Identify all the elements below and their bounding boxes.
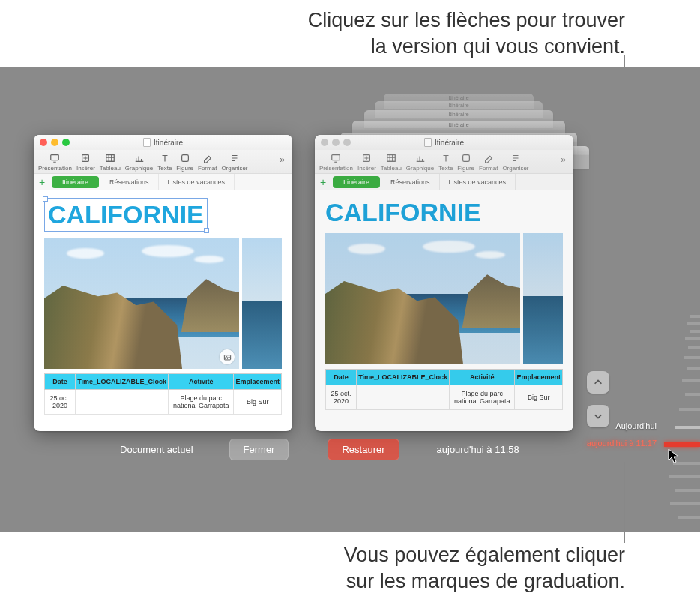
version-timeline[interactable]: Aujourd'hui aujourd'hui à 11:17 (659, 315, 700, 532)
tool-shape[interactable]: Figure (176, 153, 193, 172)
restore-button[interactable]: Restaurer (328, 439, 399, 460)
th-activity[interactable]: Activité (169, 374, 234, 390)
th-date[interactable]: Date (45, 374, 76, 390)
sheet-body: CALIFORNIE (34, 190, 292, 415)
th-location[interactable]: Emplacement (234, 374, 282, 390)
timeline-current-label: aujourd'hui à 11:17 (587, 439, 657, 448)
photo-main (325, 233, 520, 364)
titlebar[interactable]: Itinéraire (34, 135, 292, 150)
photo-side[interactable] (242, 238, 282, 369)
tab-listes[interactable]: Listes de vacances (159, 174, 235, 190)
cursor-icon (668, 448, 680, 465)
minimize-icon (332, 139, 340, 146)
annotation-top-line1: Cliquez sur les flèches pour trouver la … (308, 9, 625, 58)
table-row[interactable]: 25 oct. 2020 Plage du parc national Garr… (45, 390, 282, 415)
timeline-today-label: Aujourd'hui (615, 421, 657, 430)
stack-title-2: Itinéraire (448, 112, 468, 117)
tab-reservations[interactable]: Réservations (100, 174, 159, 190)
svg-rect-3 (181, 155, 188, 162)
minimize-icon[interactable] (51, 139, 58, 146)
window-title: Itinéraire (435, 139, 464, 147)
svg-rect-6 (332, 155, 340, 160)
itinerary-table[interactable]: Date Time_LOCALIZABLE_Clock Activité Emp… (44, 373, 282, 415)
tool-text[interactable]: Texte (157, 153, 172, 172)
tool-chart[interactable]: Graphique (125, 153, 153, 172)
tool-insert[interactable]: Insérer (76, 153, 95, 172)
svg-rect-9 (462, 155, 469, 162)
photo-main[interactable] (44, 238, 239, 369)
tool-insert: Insérer (357, 153, 376, 172)
current-document-label: Document actuel (120, 444, 193, 455)
svg-rect-0 (51, 155, 59, 160)
toolbar: Présentation Insérer Tableau Graphique T… (315, 150, 573, 174)
versions-stage: Itinéraire Itinéraire Itinéraire Itinéra… (0, 67, 700, 532)
tool-organize: Organiser (502, 153, 528, 172)
heading-text: CALIFORNIE (325, 198, 481, 226)
document-icon (424, 138, 432, 147)
titlebar: Itinéraire (315, 135, 573, 150)
table-row: 25 oct. 2020 Plage du parc national Garr… (326, 385, 563, 410)
sheet-tabs: + Itinéraire Réservations Listes de vaca… (34, 174, 292, 190)
annotation-bottom: Vous pouvez également cliquer sur les ma… (0, 542, 625, 595)
zoom-icon (343, 139, 351, 146)
add-sheet-button[interactable]: + (34, 177, 50, 187)
version-down-button[interactable] (587, 405, 609, 427)
callout-line-bottom (624, 462, 625, 543)
timeline-current-tick[interactable] (664, 442, 700, 447)
tab-listes[interactable]: Listes de vacances (440, 174, 516, 190)
itinerary-table: Date Time_LOCALIZABLE_Clock Activité Emp… (325, 369, 563, 410)
stack-title-3: Itinéraire (448, 122, 468, 127)
toolbar-overflow-icon[interactable]: » (277, 153, 288, 166)
zoom-icon[interactable] (62, 139, 70, 146)
annotation-top: Cliquez sur les flèches pour trouver la … (0, 7, 625, 60)
th-time[interactable]: Time_LOCALIZABLE_Clock (76, 374, 169, 390)
sheet-body: CALIFORNIE Date (315, 190, 573, 410)
tool-format[interactable]: Format (198, 153, 217, 172)
heading-text: CALIFORNIE (48, 200, 204, 229)
toolbar-overflow-icon: » (558, 153, 569, 166)
tool-presentation[interactable]: Présentation (38, 153, 72, 172)
previous-version-window[interactable]: Itinéraire Présentation Insérer Tableau … (315, 135, 573, 431)
version-timestamp: aujourd'hui à 11:58 (437, 444, 519, 455)
tool-shape: Figure (457, 153, 474, 172)
tool-text: Texte (438, 153, 453, 172)
tab-itineraire[interactable]: Itinéraire (52, 176, 99, 188)
version-up-button[interactable] (587, 371, 609, 394)
tool-presentation: Présentation (319, 153, 353, 172)
photo-side (523, 233, 563, 364)
current-document-window[interactable]: Itinéraire Présentation Insérer Tableau … (34, 135, 292, 431)
timeline-today-tick[interactable] (675, 426, 700, 429)
tool-table: Tableau (381, 153, 402, 172)
toolbar: Présentation Insérer Tableau Graphique T… (34, 150, 292, 174)
tool-chart: Graphique (406, 153, 434, 172)
close-button[interactable]: Fermer (229, 439, 289, 460)
annotation-bottom-text: Vous pouvez également cliquer sur les ma… (344, 544, 625, 592)
close-icon[interactable] (40, 139, 47, 146)
stack-title-0: Itinéraire (448, 95, 468, 100)
tab-itineraire[interactable]: Itinéraire (333, 176, 380, 188)
tool-table[interactable]: Tableau (100, 153, 121, 172)
document-icon (143, 138, 151, 147)
window-title: Itinéraire (154, 139, 183, 147)
stack-title-1: Itinéraire (448, 103, 468, 108)
tool-format: Format (479, 153, 498, 172)
tab-reservations[interactable]: Réservations (381, 174, 440, 190)
image-edit-icon[interactable] (220, 349, 235, 364)
heading-selected[interactable]: CALIFORNIE (44, 198, 208, 232)
close-icon (321, 139, 328, 146)
add-sheet-button: + (315, 177, 331, 187)
sheet-tabs: + Itinéraire Réservations Listes de vaca… (315, 174, 573, 190)
tool-organize[interactable]: Organiser (221, 153, 247, 172)
